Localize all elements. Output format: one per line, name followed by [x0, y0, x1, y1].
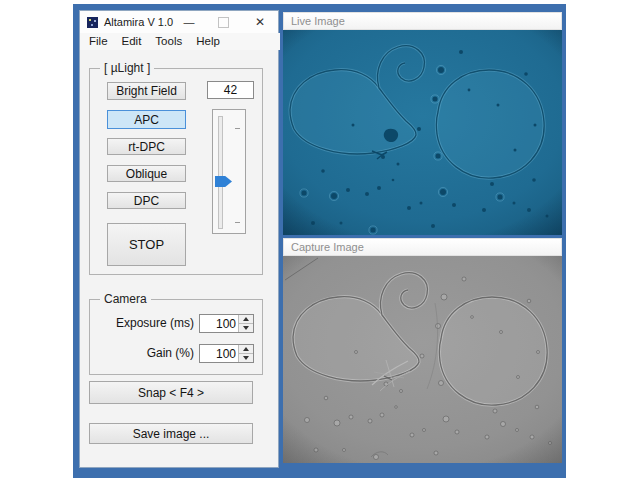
app-window: Altamira V 1.0 — ✕ File Edit Tools Help …	[79, 10, 279, 468]
close-button[interactable]: ✕	[242, 11, 278, 33]
minimize-button[interactable]: —	[174, 11, 204, 33]
exposure-spin-buttons	[238, 315, 253, 332]
slider-tick-top	[235, 128, 240, 129]
capture-image-panel: Capture Image	[283, 238, 562, 463]
menu-help[interactable]: Help	[189, 33, 227, 50]
capture-image-canvas	[283, 256, 562, 463]
gain-input[interactable]	[200, 345, 238, 362]
exposure-up-button[interactable]	[239, 315, 253, 323]
down-arrow-icon	[243, 326, 249, 330]
save-image-button[interactable]: Save image ...	[89, 423, 253, 444]
gain-spin-buttons	[238, 345, 253, 362]
snap-button[interactable]: Snap < F4 >	[89, 381, 253, 404]
up-arrow-icon	[243, 347, 249, 351]
stop-button[interactable]: STOP	[107, 223, 186, 266]
exposure-label: Exposure (ms)	[89, 314, 194, 333]
menubar: File Edit Tools Help	[80, 33, 280, 50]
figure-background: Altamira V 1.0 — ✕ File Edit Tools Help …	[73, 4, 566, 478]
rt-dpc-button[interactable]: rt-DPC	[107, 138, 186, 155]
up-arrow-icon	[243, 317, 249, 321]
oblique-button[interactable]: Oblique	[107, 165, 186, 182]
live-image-header: Live Image	[283, 12, 562, 30]
window-title: Altamira V 1.0	[104, 16, 173, 28]
gain-label: Gain (%)	[89, 344, 194, 363]
maximize-button[interactable]	[204, 11, 242, 33]
menu-tools[interactable]: Tools	[148, 33, 189, 50]
camera-group-label: Camera	[100, 292, 151, 306]
titlebar: Altamira V 1.0 — ✕	[80, 11, 278, 33]
slider-track[interactable]	[218, 116, 223, 229]
slider-tick-bottom	[235, 222, 240, 223]
intensity-input[interactable]	[207, 81, 254, 99]
down-arrow-icon	[243, 356, 249, 360]
app-icon	[87, 17, 98, 28]
capture-image-header: Capture Image	[283, 238, 562, 256]
maximize-icon	[218, 17, 229, 28]
gain-spinbox	[199, 344, 254, 363]
live-image-canvas	[283, 30, 562, 235]
exposure-down-button[interactable]	[239, 323, 253, 332]
dpc-button[interactable]: DPC	[107, 192, 186, 209]
exposure-spinbox	[199, 314, 254, 333]
camera-groupbox: Camera	[89, 299, 263, 375]
intensity-slider[interactable]	[212, 109, 246, 234]
ulight-group-label: [ µLight ]	[100, 61, 154, 75]
exposure-input[interactable]	[200, 315, 238, 332]
apc-button[interactable]: APC	[107, 110, 186, 129]
slider-thumb[interactable]	[215, 176, 232, 187]
live-image-panel: Live Image	[283, 12, 562, 235]
bright-field-button[interactable]: Bright Field	[107, 82, 186, 100]
gain-down-button[interactable]	[239, 353, 253, 362]
window-controls: — ✕	[174, 11, 278, 33]
menu-edit[interactable]: Edit	[115, 33, 149, 50]
menu-file[interactable]: File	[82, 33, 115, 50]
gain-up-button[interactable]	[239, 345, 253, 353]
